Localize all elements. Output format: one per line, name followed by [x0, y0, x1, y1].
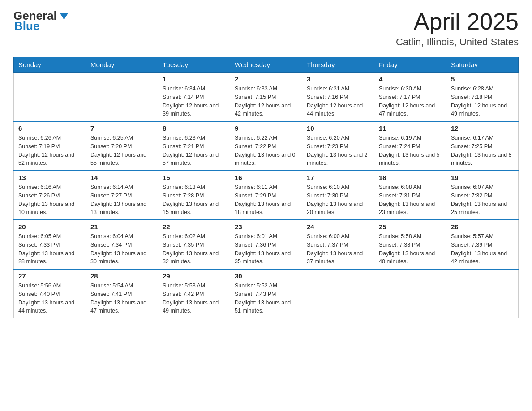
day-info: Sunrise: 6:00 AMSunset: 7:37 PMDaylight:… [307, 232, 369, 266]
header-saturday: Saturday [446, 57, 519, 73]
day-number: 3 [307, 75, 369, 83]
day-info: Sunrise: 6:11 AMSunset: 7:29 PMDaylight:… [235, 183, 297, 217]
day-info: Sunrise: 6:13 AMSunset: 7:28 PMDaylight:… [163, 183, 225, 217]
day-info: Sunrise: 6:05 AMSunset: 7:33 PMDaylight:… [18, 232, 81, 266]
svg-marker-0 [60, 13, 69, 20]
calendar-header-row: Sunday Monday Tuesday Wednesday Thursday… [14, 57, 519, 73]
day-info: Sunrise: 5:52 AMSunset: 7:43 PMDaylight:… [235, 282, 297, 315]
day-info: Sunrise: 6:14 AMSunset: 7:27 PMDaylight:… [90, 183, 153, 217]
day-number: 4 [379, 75, 442, 83]
day-number: 23 [235, 223, 297, 231]
calendar-table: Sunday Monday Tuesday Wednesday Thursday… [13, 57, 519, 318]
header-tuesday: Tuesday [158, 57, 230, 73]
day-number: 26 [451, 223, 514, 231]
table-row: 14Sunrise: 6:14 AMSunset: 7:27 PMDayligh… [86, 171, 158, 220]
day-info: Sunrise: 6:07 AMSunset: 7:32 PMDaylight:… [451, 183, 514, 217]
day-number: 27 [18, 272, 81, 280]
day-info: Sunrise: 6:26 AMSunset: 7:19 PMDaylight:… [18, 134, 81, 167]
table-row [86, 73, 158, 122]
day-info: Sunrise: 6:02 AMSunset: 7:35 PMDaylight:… [163, 232, 225, 266]
page-header: General Blue April 2025 Catlin, Illinois… [13, 9, 519, 48]
day-number: 21 [90, 223, 153, 231]
table-row: 6Sunrise: 6:26 AMSunset: 7:19 PMDaylight… [14, 121, 86, 171]
day-info: Sunrise: 6:17 AMSunset: 7:25 PMDaylight:… [451, 134, 514, 167]
day-info: Sunrise: 6:22 AMSunset: 7:22 PMDaylight:… [235, 134, 297, 167]
day-number: 17 [307, 174, 369, 181]
location-title: Catlin, Illinois, United States [396, 36, 519, 48]
header-sunday: Sunday [14, 57, 86, 73]
day-number: 2 [235, 75, 297, 83]
day-info: Sunrise: 6:23 AMSunset: 7:21 PMDaylight:… [163, 134, 225, 167]
table-row: 5Sunrise: 6:28 AMSunset: 7:18 PMDaylight… [446, 73, 519, 122]
table-row: 7Sunrise: 6:25 AMSunset: 7:20 PMDaylight… [86, 121, 158, 171]
day-info: Sunrise: 6:34 AMSunset: 7:14 PMDaylight:… [163, 85, 225, 118]
table-row: 3Sunrise: 6:31 AMSunset: 7:16 PMDaylight… [302, 73, 374, 122]
day-info: Sunrise: 5:56 AMSunset: 7:40 PMDaylight:… [18, 282, 81, 315]
calendar-week-row: 13Sunrise: 6:16 AMSunset: 7:26 PMDayligh… [14, 171, 519, 220]
day-info: Sunrise: 6:04 AMSunset: 7:34 PMDaylight:… [90, 232, 153, 266]
day-info: Sunrise: 6:08 AMSunset: 7:31 PMDaylight:… [379, 183, 442, 217]
table-row: 25Sunrise: 5:58 AMSunset: 7:38 PMDayligh… [374, 220, 446, 269]
day-number: 9 [235, 124, 297, 132]
day-info: Sunrise: 6:25 AMSunset: 7:20 PMDaylight:… [90, 134, 153, 167]
day-number: 20 [18, 223, 81, 231]
title-block: April 2025 Catlin, Illinois, United Stat… [396, 9, 519, 48]
table-row [374, 269, 446, 318]
calendar-week-row: 6Sunrise: 6:26 AMSunset: 7:19 PMDaylight… [14, 121, 519, 171]
day-number: 15 [163, 174, 225, 181]
day-number: 1 [163, 75, 225, 83]
day-info: Sunrise: 5:57 AMSunset: 7:39 PMDaylight:… [451, 232, 514, 266]
table-row: 12Sunrise: 6:17 AMSunset: 7:25 PMDayligh… [446, 121, 519, 171]
logo: General Blue [13, 9, 70, 33]
table-row: 27Sunrise: 5:56 AMSunset: 7:40 PMDayligh… [14, 269, 86, 318]
day-number: 18 [379, 174, 442, 181]
table-row: 24Sunrise: 6:00 AMSunset: 7:37 PMDayligh… [302, 220, 374, 269]
header-thursday: Thursday [302, 57, 374, 73]
table-row: 21Sunrise: 6:04 AMSunset: 7:34 PMDayligh… [86, 220, 158, 269]
table-row: 8Sunrise: 6:23 AMSunset: 7:21 PMDaylight… [158, 121, 230, 171]
day-info: Sunrise: 5:54 AMSunset: 7:41 PMDaylight:… [90, 282, 153, 315]
logo-triangle-icon [58, 10, 70, 22]
day-info: Sunrise: 6:10 AMSunset: 7:30 PMDaylight:… [307, 183, 369, 217]
day-number: 25 [379, 223, 442, 231]
day-number: 13 [18, 174, 81, 181]
day-info: Sunrise: 5:53 AMSunset: 7:42 PMDaylight:… [163, 282, 225, 315]
table-row: 18Sunrise: 6:08 AMSunset: 7:31 PMDayligh… [374, 171, 446, 220]
day-info: Sunrise: 5:58 AMSunset: 7:38 PMDaylight:… [379, 232, 442, 266]
day-number: 30 [235, 272, 297, 280]
day-number: 28 [90, 272, 153, 280]
day-number: 11 [379, 124, 442, 132]
header-monday: Monday [86, 57, 158, 73]
table-row: 4Sunrise: 6:30 AMSunset: 7:17 PMDaylight… [374, 73, 446, 122]
calendar-week-row: 27Sunrise: 5:56 AMSunset: 7:40 PMDayligh… [14, 269, 519, 318]
day-info: Sunrise: 6:28 AMSunset: 7:18 PMDaylight:… [451, 85, 514, 118]
table-row: 19Sunrise: 6:07 AMSunset: 7:32 PMDayligh… [446, 171, 519, 220]
header-wednesday: Wednesday [230, 57, 302, 73]
table-row [14, 73, 86, 122]
table-row: 28Sunrise: 5:54 AMSunset: 7:41 PMDayligh… [86, 269, 158, 318]
table-row: 17Sunrise: 6:10 AMSunset: 7:30 PMDayligh… [302, 171, 374, 220]
table-row: 23Sunrise: 6:01 AMSunset: 7:36 PMDayligh… [230, 220, 302, 269]
table-row: 29Sunrise: 5:53 AMSunset: 7:42 PMDayligh… [158, 269, 230, 318]
day-number: 24 [307, 223, 369, 231]
day-info: Sunrise: 6:20 AMSunset: 7:23 PMDaylight:… [307, 134, 369, 167]
calendar-week-row: 20Sunrise: 6:05 AMSunset: 7:33 PMDayligh… [14, 220, 519, 269]
day-number: 12 [451, 124, 514, 132]
table-row: 10Sunrise: 6:20 AMSunset: 7:23 PMDayligh… [302, 121, 374, 171]
day-number: 7 [90, 124, 153, 132]
day-number: 8 [163, 124, 225, 132]
table-row: 22Sunrise: 6:02 AMSunset: 7:35 PMDayligh… [158, 220, 230, 269]
day-number: 16 [235, 174, 297, 181]
day-info: Sunrise: 6:30 AMSunset: 7:17 PMDaylight:… [379, 85, 442, 118]
day-info: Sunrise: 6:33 AMSunset: 7:15 PMDaylight:… [235, 85, 297, 118]
day-number: 14 [90, 174, 153, 181]
table-row: 11Sunrise: 6:19 AMSunset: 7:24 PMDayligh… [374, 121, 446, 171]
day-number: 29 [163, 272, 225, 280]
day-info: Sunrise: 6:16 AMSunset: 7:26 PMDaylight:… [18, 183, 81, 217]
day-number: 22 [163, 223, 225, 231]
day-info: Sunrise: 6:01 AMSunset: 7:36 PMDaylight:… [235, 232, 297, 266]
table-row: 15Sunrise: 6:13 AMSunset: 7:28 PMDayligh… [158, 171, 230, 220]
table-row: 26Sunrise: 5:57 AMSunset: 7:39 PMDayligh… [446, 220, 519, 269]
table-row [302, 269, 374, 318]
day-number: 19 [451, 174, 514, 181]
